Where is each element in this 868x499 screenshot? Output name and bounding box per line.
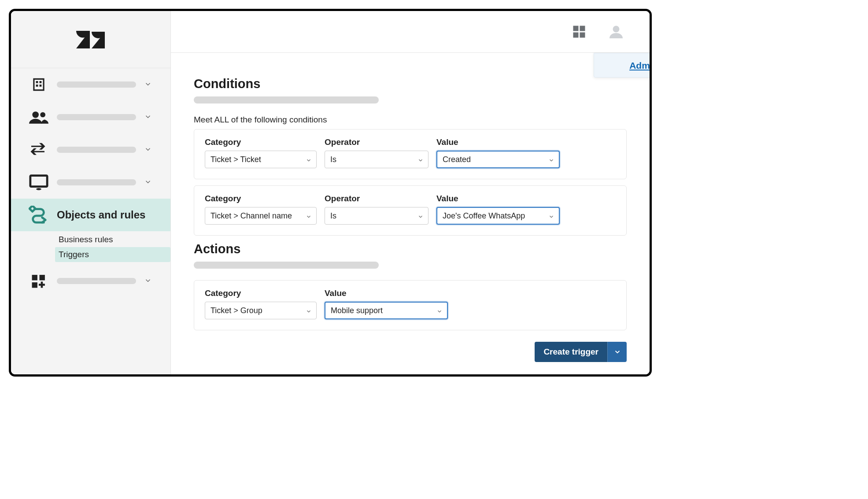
chevron-down-icon (306, 156, 312, 163)
category-label: Category (205, 137, 317, 147)
actions-heading: Actions (194, 242, 627, 256)
sidebar-item-company[interactable] (11, 68, 170, 101)
svg-rect-9 (573, 26, 579, 31)
footer: Create trigger (535, 342, 627, 362)
svg-rect-11 (573, 33, 579, 38)
select-value: Is (330, 211, 336, 221)
operator-select[interactable]: Is (325, 207, 428, 225)
sidebar-item-apps[interactable] (11, 265, 170, 297)
condition-row: Category Ticket > Channel name Operator … (194, 185, 627, 236)
sidebar-item-people[interactable] (11, 101, 170, 133)
svg-rect-6 (32, 275, 37, 280)
operator-label: Operator (325, 194, 428, 203)
create-trigger-split-button[interactable] (607, 342, 627, 362)
meet-all-label: Meet ALL of the following conditions (194, 115, 627, 125)
svg-point-1 (32, 111, 39, 118)
category-select[interactable]: Ticket > Group (205, 302, 317, 319)
actions-description-placeholder (194, 262, 379, 269)
select-value: Ticket > Ticket (211, 155, 261, 164)
building-icon (29, 74, 49, 95)
category-label: Category (205, 288, 317, 298)
select-value: Mobile support (331, 306, 383, 315)
svg-point-13 (613, 26, 620, 33)
zendesk-logo-icon (76, 31, 105, 53)
operator-label: Operator (325, 137, 428, 147)
chevron-down-icon (144, 113, 153, 122)
condition-row: Category Ticket > Ticket Operator Is (194, 129, 627, 179)
chevron-down-icon (436, 307, 443, 314)
user-avatar-icon[interactable] (607, 23, 625, 41)
monitor-icon (29, 172, 49, 192)
select-value: Is (330, 155, 336, 164)
chevron-down-icon (417, 213, 424, 219)
sidebar-subnav: Business rules Triggers (11, 231, 170, 265)
svg-point-2 (40, 112, 45, 118)
arrows-transfer-icon (29, 140, 49, 160)
sidebar-placeholder (57, 114, 136, 120)
chevron-down-icon (613, 348, 621, 356)
action-row: Category Ticket > Group Value Mobile sup… (194, 280, 627, 330)
apps-add-icon (29, 271, 49, 291)
sidebar-item-transfer[interactable] (11, 133, 170, 166)
operator-select[interactable]: Is (325, 151, 428, 168)
sidebar-sub-triggers[interactable]: Triggers (55, 247, 170, 262)
chevron-down-icon (417, 156, 424, 163)
topbar (171, 11, 650, 53)
conditions-heading: Conditions (194, 77, 627, 91)
category-select[interactable]: Ticket > Ticket (205, 151, 317, 168)
sidebar-placeholder (57, 179, 136, 185)
select-value: Created (443, 155, 471, 164)
admin-center-link[interactable]: Admin Center (629, 60, 652, 70)
chevron-down-icon (144, 80, 153, 89)
chevron-down-icon (548, 213, 554, 219)
routing-icon (29, 205, 49, 225)
svg-rect-12 (580, 33, 585, 38)
value-label: Value (325, 288, 448, 298)
select-value: Joe's Coffee WhatsApp (443, 211, 525, 221)
svg-point-4 (36, 188, 41, 190)
chevron-down-icon (144, 145, 153, 154)
sidebar-sub-business-rules[interactable]: Business rules (55, 232, 170, 247)
main: Admin Center Conditions Meet ALL of the … (171, 11, 650, 374)
select-value: Ticket > Channel name (211, 211, 292, 221)
chevron-down-icon (144, 277, 153, 285)
svg-rect-3 (30, 176, 47, 187)
chevron-down-icon (306, 307, 312, 314)
products-dropdown-panel: Admin Center (594, 53, 652, 78)
people-icon (29, 107, 49, 127)
sidebar-item-workspace[interactable] (11, 166, 170, 199)
chevron-down-icon (548, 156, 554, 163)
chevron-down-icon (144, 178, 153, 187)
value-select[interactable]: Mobile support (325, 302, 448, 319)
category-label: Category (205, 194, 317, 203)
app-frame: Objects and rules Business rules Trigger… (9, 9, 652, 377)
sidebar-item-label: Objects and rules (57, 209, 145, 221)
create-trigger-button[interactable]: Create trigger (535, 342, 607, 362)
select-value: Ticket > Group (211, 306, 262, 315)
sidebar-placeholder (57, 81, 136, 88)
value-label: Value (436, 137, 560, 147)
sidebar-placeholder (57, 147, 136, 153)
sidebar-item-objects-and-rules[interactable]: Objects and rules (11, 199, 170, 231)
category-select[interactable]: Ticket > Channel name (205, 207, 317, 225)
content: Conditions Meet ALL of the following con… (171, 53, 650, 330)
sidebar-placeholder (57, 278, 136, 284)
sidebar: Objects and rules Business rules Trigger… (11, 11, 171, 374)
svg-rect-10 (580, 26, 585, 31)
conditions-description-placeholder (194, 96, 379, 103)
svg-rect-8 (32, 282, 37, 288)
value-select[interactable]: Joe's Coffee WhatsApp (436, 207, 560, 225)
apps-grid-icon[interactable] (570, 23, 588, 41)
value-label: Value (436, 194, 560, 203)
chevron-down-icon (306, 213, 312, 219)
svg-rect-7 (40, 275, 45, 280)
value-select[interactable]: Created (436, 151, 560, 168)
logo (11, 15, 170, 68)
